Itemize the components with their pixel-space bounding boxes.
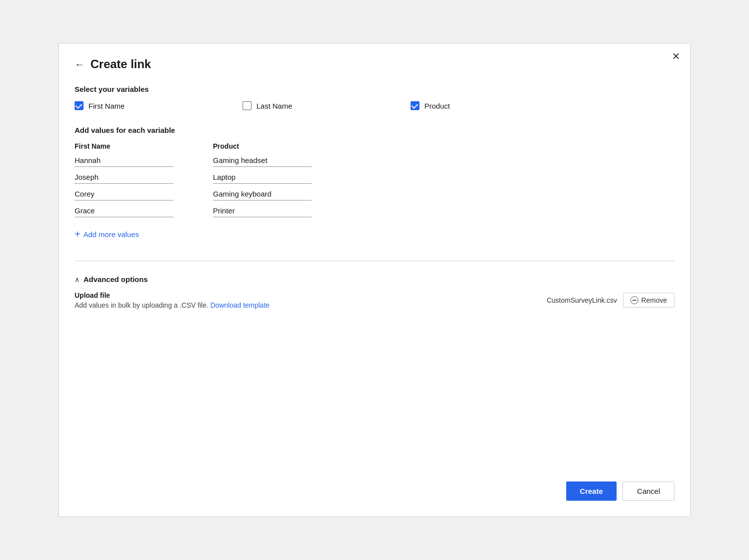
product-input-1[interactable] [213, 171, 312, 184]
checkbox-first-name[interactable] [75, 101, 83, 110]
variables-section: Select your variables First Name Last Na… [75, 85, 674, 126]
download-template-link[interactable]: Download template [210, 301, 270, 309]
dialog-title: Create link [90, 57, 151, 71]
chevron-up-icon: ∧ [75, 276, 80, 283]
col-header-first-name: First Name [75, 142, 183, 150]
add-values-label: Add values for each variable [75, 126, 674, 134]
remove-label: Remove [641, 296, 667, 304]
product-input-3[interactable] [213, 204, 312, 217]
advanced-options-header[interactable]: ∧ Advanced options [75, 275, 674, 283]
add-more-values-button[interactable]: + Add more values [75, 229, 139, 239]
first-name-input-1[interactable] [75, 171, 173, 184]
upload-file-desc: Add values in bulk by uploading a .CSV f… [75, 301, 270, 309]
first-name-input-0[interactable] [75, 154, 173, 167]
values-rows [75, 154, 674, 221]
product-input-0[interactable] [213, 154, 312, 167]
advanced-options-title: Advanced options [83, 275, 148, 283]
filename-label: CustomSurveyLink.csv [546, 296, 617, 304]
first-name-input-3[interactable] [75, 204, 173, 217]
table-row [75, 154, 674, 167]
table-row [75, 204, 674, 217]
divider [75, 261, 674, 261]
remove-button[interactable]: Remove [623, 293, 674, 308]
col-header-product: Product [213, 142, 322, 150]
table-row [75, 188, 674, 200]
upload-right: CustomSurveyLink.csv Remove [546, 293, 674, 308]
checkbox-product[interactable] [411, 101, 419, 110]
upload-file-title: Upload file [75, 291, 270, 299]
upload-row: Upload file Add values in bulk by upload… [75, 291, 674, 309]
cancel-button[interactable]: Cancel [623, 481, 674, 501]
add-more-label: Add more values [83, 230, 139, 239]
create-button[interactable]: Create [566, 481, 617, 501]
checkbox-label-first-name: First Name [88, 102, 125, 110]
checkbox-last-name[interactable] [243, 101, 251, 110]
remove-icon [630, 296, 638, 304]
product-input-2[interactable] [213, 188, 312, 200]
dialog-header: ← Create link [75, 57, 674, 71]
advanced-options-section: ∧ Advanced options Upload file Add value… [75, 275, 674, 309]
variable-option-first-name[interactable]: First Name [75, 101, 243, 110]
back-arrow-icon[interactable]: ← [75, 59, 84, 69]
first-name-input-2[interactable] [75, 188, 173, 200]
variable-option-last-name[interactable]: Last Name [243, 101, 411, 110]
table-row [75, 171, 674, 184]
checkbox-label-last-name: Last Name [256, 102, 292, 110]
variable-option-product[interactable]: Product [411, 101, 579, 110]
footer-buttons: Create Cancel [75, 466, 674, 501]
plus-icon: + [75, 229, 81, 239]
variables-row: First Name Last Name Product [75, 101, 674, 110]
upload-desc-text: Add values in bulk by uploading a .CSV f… [75, 301, 208, 309]
values-table-header: First Name Product [75, 142, 674, 150]
add-values-section: Add values for each variable First Name … [75, 126, 674, 239]
variables-section-label: Select your variables [75, 85, 674, 93]
create-link-dialog: ✕ ← Create link Select your variables Fi… [58, 43, 691, 517]
close-button[interactable]: ✕ [672, 51, 680, 61]
upload-text-block: Upload file Add values in bulk by upload… [75, 291, 270, 309]
checkbox-label-product: Product [424, 102, 450, 110]
